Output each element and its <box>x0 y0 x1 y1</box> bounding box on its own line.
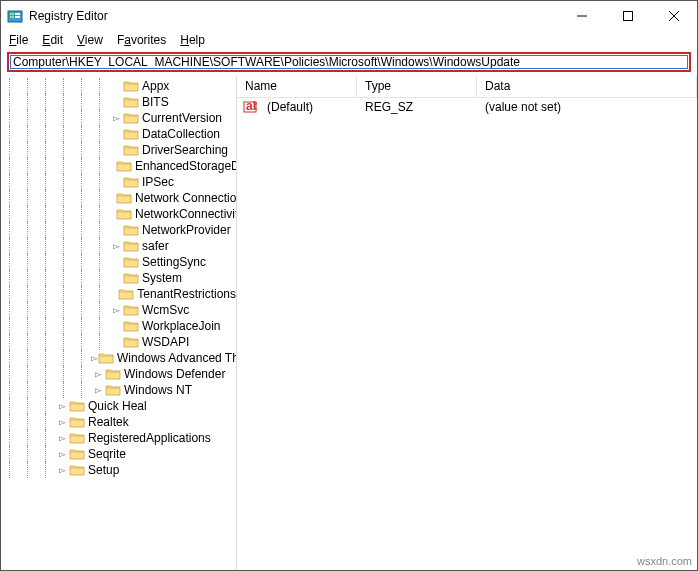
tree-label: SettingSync <box>142 255 206 269</box>
tree-label: WorkplaceJoin <box>142 319 220 333</box>
tree-label: Appx <box>142 79 169 93</box>
tree-label: WSDAPI <box>142 335 189 349</box>
tree-label: Quick Heal <box>88 399 147 413</box>
close-button[interactable] <box>651 1 697 31</box>
tree-item[interactable]: ▻Realtek <box>1 414 236 430</box>
tree-item[interactable]: ▻TenantRestrictions <box>1 286 236 302</box>
tree-label: Setup <box>88 463 119 477</box>
address-bar[interactable] <box>7 52 691 72</box>
list-row[interactable]: ab(Default)REG_SZ(value not set) <box>237 98 697 116</box>
tree-item[interactable]: ▻WSDAPI <box>1 334 236 350</box>
tree-item[interactable]: ▻Windows Advanced Threat Protection <box>1 350 236 366</box>
svg-rect-3 <box>15 13 20 15</box>
tree-label: BITS <box>142 95 169 109</box>
svg-rect-1 <box>10 13 14 15</box>
tree-label: safer <box>142 239 169 253</box>
expand-icon[interactable]: ▻ <box>55 398 69 414</box>
tree-item[interactable]: ▻NetworkProvider <box>1 222 236 238</box>
tree-label: Windows NT <box>124 383 192 397</box>
cell-data: (value not set) <box>477 100 697 114</box>
tree-item[interactable]: ▻SettingSync <box>1 254 236 270</box>
expand-icon[interactable]: ▻ <box>55 446 69 462</box>
menubar: File Edit View Favorites Help <box>1 31 697 51</box>
tree-item[interactable]: ▻Network Connections <box>1 190 236 206</box>
tree-item[interactable]: ▻Setup <box>1 462 236 478</box>
tree-item[interactable]: ▻EnhancedStorageDevices <box>1 158 236 174</box>
tree-label: Network Connections <box>135 191 236 205</box>
menu-edit[interactable]: Edit <box>42 33 63 47</box>
expand-icon[interactable]: ▻ <box>109 302 123 318</box>
tree-item[interactable]: ▻BITS <box>1 94 236 110</box>
tree-item[interactable]: ▻Quick Heal <box>1 398 236 414</box>
tree-item[interactable]: ▻WcmSvc <box>1 302 236 318</box>
tree-item[interactable]: ▻Windows Defender <box>1 366 236 382</box>
list-header: Name Type Data <box>237 76 697 98</box>
tree-label: DataCollection <box>142 127 220 141</box>
svg-text:ab: ab <box>246 100 257 113</box>
svg-rect-4 <box>15 16 20 18</box>
svg-rect-2 <box>10 16 14 18</box>
tree-item[interactable]: ▻Windows NT <box>1 382 236 398</box>
window-title: Registry Editor <box>29 9 108 23</box>
menu-favorites[interactable]: Favorites <box>117 33 166 47</box>
tree-item[interactable]: ▻DriverSearching <box>1 142 236 158</box>
tree-item[interactable]: ▻CurrentVersion <box>1 110 236 126</box>
expand-icon[interactable]: ▻ <box>91 350 98 366</box>
menu-file[interactable]: File <box>9 33 28 47</box>
tree-scroll[interactable]: ▻Appx▻BITS▻CurrentVersion▻DataCollection… <box>1 76 236 570</box>
list-pane[interactable]: Name Type Data ab(Default)REG_SZ(value n… <box>237 76 697 570</box>
cell-type: REG_SZ <box>357 100 477 114</box>
tree-label: RegisteredApplications <box>88 431 211 445</box>
expand-icon[interactable]: ▻ <box>91 382 105 398</box>
tree-item[interactable]: ▻NetworkConnectivityStatusIndicator <box>1 206 236 222</box>
expand-icon[interactable]: ▻ <box>55 414 69 430</box>
cell-name: (Default) <box>259 100 357 114</box>
expand-icon[interactable]: ▻ <box>109 238 123 254</box>
watermark: wsxdn.com <box>637 555 692 567</box>
menu-help[interactable]: Help <box>180 33 205 47</box>
tree-pane: ▻Appx▻BITS▻CurrentVersion▻DataCollection… <box>1 76 237 570</box>
regedit-icon <box>7 8 23 24</box>
tree-label: NetworkProvider <box>142 223 231 237</box>
tree-item[interactable]: ▻IPSec <box>1 174 236 190</box>
string-value-icon: ab <box>243 100 257 114</box>
col-header-data[interactable]: Data <box>477 76 697 97</box>
tree-label: EnhancedStorageDevices <box>135 159 236 173</box>
menu-view[interactable]: View <box>77 33 103 47</box>
svg-rect-6 <box>624 12 633 21</box>
tree-label: System <box>142 271 182 285</box>
tree-item[interactable]: ▻Appx <box>1 78 236 94</box>
tree-label: TenantRestrictions <box>137 287 236 301</box>
tree-item[interactable]: ▻System <box>1 270 236 286</box>
tree-item[interactable]: ▻safer <box>1 238 236 254</box>
tree-label: Windows Defender <box>124 367 225 381</box>
tree-item[interactable]: ▻WorkplaceJoin <box>1 318 236 334</box>
tree-item[interactable]: ▻RegisteredApplications <box>1 430 236 446</box>
expand-icon[interactable]: ▻ <box>55 462 69 478</box>
tree-label: Seqrite <box>88 447 126 461</box>
titlebar[interactable]: Registry Editor <box>1 1 697 31</box>
tree-item[interactable]: ▻Seqrite <box>1 446 236 462</box>
tree-label: Windows Advanced Threat Protection <box>117 351 236 365</box>
tree-item[interactable]: ▻DataCollection <box>1 126 236 142</box>
expand-icon[interactable]: ▻ <box>91 366 105 382</box>
maximize-button[interactable] <box>605 1 651 31</box>
expand-icon[interactable]: ▻ <box>55 430 69 446</box>
tree-label: CurrentVersion <box>142 111 222 125</box>
expand-icon[interactable]: ▻ <box>109 110 123 126</box>
tree-label: IPSec <box>142 175 174 189</box>
tree-label: WcmSvc <box>142 303 189 317</box>
window: Registry Editor File Edit View Favorites… <box>0 0 698 571</box>
tree-label: DriverSearching <box>142 143 228 157</box>
col-header-name[interactable]: Name <box>237 76 357 97</box>
minimize-button[interactable] <box>559 1 605 31</box>
col-header-type[interactable]: Type <box>357 76 477 97</box>
tree-label: Realtek <box>88 415 129 429</box>
tree-label: NetworkConnectivityStatusIndicator <box>135 207 236 221</box>
